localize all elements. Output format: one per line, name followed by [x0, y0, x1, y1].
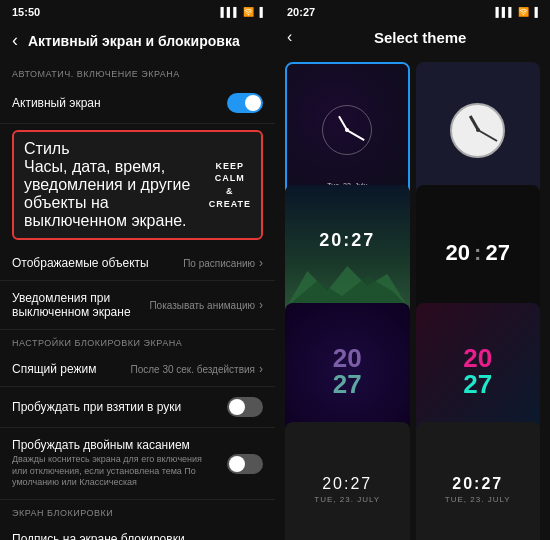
wake-pickup-label: Пробуждать при взятии в руки: [12, 400, 217, 414]
wake-pickup-label-group: Пробуждать при взятии в руки: [12, 400, 227, 414]
sleep-mode-row[interactable]: Спящий режим После 30 сек. бездействия ›: [0, 352, 275, 387]
active-screen-label: Активный экран: [12, 96, 217, 110]
status-bar-right: 20:27 ▌▌▌ 🛜 ▐: [275, 0, 550, 22]
mountains-svg: [285, 256, 410, 306]
theme6-time: 20 27: [463, 345, 492, 397]
right-battery-icon: ▐: [532, 7, 538, 17]
style-label-group: Стиль Часы, дата, время, уведомления и д…: [24, 140, 209, 230]
theme1-clock: [322, 105, 372, 155]
left-panel: 15:50 ▌▌▌ 🛜 ▐ ‹ Активный экран и блокиро…: [0, 0, 275, 540]
theme2-preview: [416, 62, 541, 199]
notifications-value: Показывать анимацию: [149, 300, 255, 311]
wake-pickup-row[interactable]: Пробуждать при взятии в руки: [0, 387, 275, 428]
theme8-date-text: TUE, 23. JULY: [445, 495, 511, 504]
active-screen-toggle[interactable]: [227, 93, 263, 113]
theme-card-3[interactable]: 20:27 Tue, 23. July: [285, 185, 410, 322]
right-time: 20:27: [287, 6, 315, 18]
theme1-preview: [287, 64, 408, 197]
right-signal-icon: ▌▌▌: [495, 7, 514, 17]
back-button-left[interactable]: ‹: [12, 30, 18, 51]
wifi-icon: 🛜: [243, 7, 254, 17]
notifications-value-group: Показывать анимацию ›: [149, 298, 263, 312]
display-objects-row[interactable]: Отображаемые объекты По расписанию ›: [0, 246, 275, 281]
theme1-min-hand: [347, 130, 365, 141]
theme4-preview: 20 : 27: [416, 185, 541, 322]
theme6-hours: 20: [463, 345, 492, 371]
display-objects-value: По расписанию: [183, 258, 255, 269]
theme5-time: 20 27: [333, 345, 362, 397]
sleep-mode-label-group: Спящий режим: [12, 362, 130, 376]
display-objects-label-group: Отображаемые объекты: [12, 256, 183, 270]
notifications-label-group: Уведомления при выключенном экране: [12, 291, 149, 319]
style-sublabel: Часы, дата, время, уведомления и другие …: [24, 158, 209, 230]
sleep-mode-value-group: После 30 сек. бездействия ›: [130, 362, 263, 376]
style-row[interactable]: Стиль Часы, дата, время, уведомления и д…: [12, 130, 263, 240]
theme7-time: 20:27: [322, 475, 372, 493]
theme2-center-dot: [476, 128, 480, 132]
theme-card-4[interactable]: 20 : 27 Tue, 23. July: [416, 185, 541, 322]
notifications-label: Уведомления при выключенном экране: [12, 291, 139, 319]
display-objects-value-group: По расписанию ›: [183, 256, 263, 270]
theme3-preview: 20:27: [285, 185, 410, 322]
right-header: ‹ Select theme: [275, 22, 550, 56]
lock-signature-label: Подпись на экране блокировки: [12, 532, 245, 540]
theme6-preview: 20 27: [416, 303, 541, 440]
sleep-mode-value: После 30 сек. бездействия: [130, 364, 255, 375]
right-wifi-icon: 🛜: [518, 7, 529, 17]
lock-signature-row[interactable]: Подпись на экране блокировки Заданный ва…: [0, 522, 275, 540]
left-header: ‹ Активный экран и блокировка: [0, 22, 275, 61]
wake-doubletap-toggle[interactable]: [227, 454, 263, 474]
left-page-title: Активный экран и блокировка: [28, 33, 240, 49]
theme7-date-text: TUE, 23. JULY: [314, 495, 380, 504]
theme3-time: 20:27: [319, 230, 375, 251]
sleep-mode-label: Спящий режим: [12, 362, 120, 376]
theme8-time: 20:27: [452, 475, 503, 493]
wake-doubletap-label-group: Пробуждать двойным касанием Дважды косни…: [12, 438, 227, 489]
theme4-separator: :: [474, 242, 481, 264]
theme-card-7[interactable]: 20:27 TUE, 23. JULY .: [285, 422, 410, 541]
style-label: Стиль: [24, 140, 209, 158]
section-lock-settings: НАСТРОЙКИ БЛОКИРОВКИ ЭКРАНА: [0, 330, 275, 352]
theme5-minutes: 27: [333, 371, 362, 397]
theme4-time: 20 : 27: [446, 242, 510, 264]
sleep-mode-arrow: ›: [259, 362, 263, 376]
theme-card-1[interactable]: Tue, 23. July: [285, 62, 410, 199]
lock-signature-label-group: Подпись на экране блокировки Заданный ва…: [12, 532, 255, 540]
theme-card-5[interactable]: 20 27 Tue, 23. July: [285, 303, 410, 440]
back-button-right[interactable]: ‹: [287, 28, 292, 46]
theme5-preview: 20 27: [285, 303, 410, 440]
wake-doubletap-row[interactable]: Пробуждать двойным касанием Дважды косни…: [0, 428, 275, 500]
right-page-title: Select theme: [302, 29, 538, 46]
signal-icon: ▌▌▌: [220, 7, 239, 17]
status-bar-left: 15:50 ▌▌▌ 🛜 ▐: [0, 0, 275, 22]
themes-grid: Tue, 23. July Tue, 23. July 20:27: [275, 56, 550, 540]
display-objects-arrow: ›: [259, 256, 263, 270]
left-time: 15:50: [12, 6, 40, 18]
notifications-row[interactable]: Уведомления при выключенном экране Показ…: [0, 281, 275, 330]
theme2-min-hand: [477, 130, 497, 143]
theme7-preview: 20:27 TUE, 23. JULY: [285, 422, 410, 541]
theme6-minutes: 27: [463, 371, 492, 397]
active-screen-row[interactable]: Активный экран: [0, 83, 275, 124]
theme2-clock: [450, 103, 505, 158]
battery-icon: ▐: [257, 7, 263, 17]
section-auto-enable: АВТОМАТИЧ. ВКЛЮЧЕНИЕ ЭКРАНА: [0, 61, 275, 83]
left-status-icons: ▌▌▌ 🛜 ▐: [220, 7, 263, 17]
style-preview: KEEPCALM&CREATE: [209, 160, 251, 210]
wake-doubletap-sublabel: Дважды коснитесь экрана для его включени…: [12, 454, 217, 489]
theme8-preview: 20:27 TUE, 23. JULY: [416, 422, 541, 541]
wake-pickup-toggle[interactable]: [227, 397, 263, 417]
theme-card-6[interactable]: 20 27 Tue, 23. July: [416, 303, 541, 440]
notifications-arrow: ›: [259, 298, 263, 312]
display-objects-label: Отображаемые объекты: [12, 256, 173, 270]
section-lock-screen: ЭКРАН БЛОКИРОВКИ: [0, 500, 275, 522]
theme5-hours: 20: [333, 345, 362, 371]
theme1-center-dot: [345, 128, 349, 132]
theme4-hours: 20: [446, 242, 470, 264]
right-panel: 20:27 ▌▌▌ 🛜 ▐ ‹ Select theme Tue, 23. Ju…: [275, 0, 550, 540]
right-status-icons: ▌▌▌ 🛜 ▐: [495, 7, 538, 17]
active-screen-label-group: Активный экран: [12, 96, 227, 110]
theme-card-8[interactable]: 20:27 TUE, 23. JULY .: [416, 422, 541, 541]
theme-card-2[interactable]: Tue, 23. July: [416, 62, 541, 199]
theme4-minutes: 27: [485, 242, 509, 264]
